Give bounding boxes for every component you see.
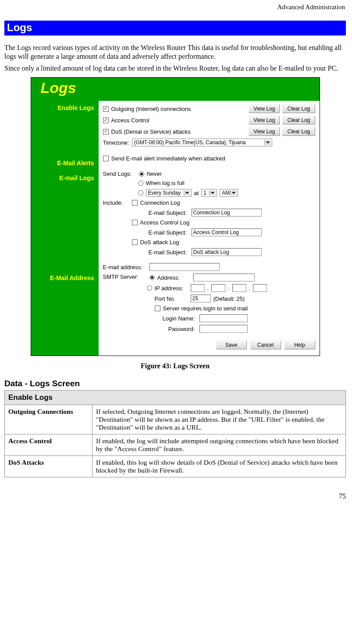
label-when-full: When log is full: [146, 180, 185, 186]
email-address-input[interactable]: [149, 263, 220, 271]
view-log-button-1[interactable]: View Log: [249, 104, 280, 113]
ip-2[interactable]: [211, 284, 225, 292]
data-section-heading: Data - Logs Screen: [4, 379, 346, 388]
logs-screenshot: Logs Enable Logs E-Mail Alerts E-mail Lo…: [31, 77, 320, 356]
side-label-enable: Enable Logs: [31, 104, 99, 111]
dos-subject-label: E-mail Subject:: [149, 249, 189, 256]
label-dos-log: DoS attack Log: [140, 239, 179, 246]
email-address-label: E-mail address:: [103, 264, 147, 270]
conn-subject-input[interactable]: Connection Log: [192, 209, 262, 217]
checkbox-ac-log[interactable]: [132, 220, 138, 225]
label-conn-log: Connection Log: [140, 199, 180, 206]
ip-3[interactable]: [232, 284, 246, 292]
label-smtp-ip: IP address:: [155, 285, 188, 292]
save-button[interactable]: Save: [216, 341, 247, 349]
radio-smtp-address[interactable]: [149, 275, 155, 280]
include-label: Include:: [103, 199, 129, 206]
row-label-dos: DoS Attacks: [5, 456, 92, 477]
label-ac-log: Access Control Log: [140, 219, 190, 226]
row-desc-dos: If enabled, this log will show details o…: [92, 456, 346, 477]
side-label-email-logs: E-mail Logs: [31, 174, 99, 181]
radio-when-full[interactable]: [138, 181, 143, 186]
label-dos: DoS (Denial or Service) attacks: [111, 128, 191, 135]
side-label-alerts: E-Mail Alerts: [31, 160, 99, 167]
radio-smtp-ip[interactable]: [147, 285, 152, 291]
at-label: at: [194, 190, 199, 196]
label-access-control: Access Control: [111, 117, 149, 124]
table-section-header: Enable Logs: [5, 391, 346, 405]
smtp-label: SMTP Server:: [103, 274, 147, 280]
checkbox-outgoing[interactable]: ✓: [103, 106, 109, 112]
password-label: Password:: [161, 326, 197, 332]
row-desc-outgoing: If selected, Outgoing Internet connectio…: [92, 405, 346, 434]
header-breadcrumb: Advanced Administration: [4, 4, 346, 11]
checkbox-requires-login[interactable]: [155, 306, 160, 311]
label-send-alert: Send E-mail alert immediately when attac…: [111, 155, 225, 162]
ip-1[interactable]: [191, 284, 205, 292]
hour-select[interactable]: 1: [201, 189, 217, 197]
view-log-button-3[interactable]: View Log: [249, 127, 280, 136]
timezone-select[interactable]: (GMT-08:00) Pacific Time(US, Canada); Ti…: [132, 139, 272, 146]
label-outgoing: Outgoing (Internet) connections: [111, 106, 191, 112]
ampm-select[interactable]: AM: [220, 189, 238, 197]
row-desc-access: If enabled, the log will include attempt…: [92, 434, 346, 456]
checkbox-dos-log[interactable]: [132, 239, 138, 245]
password-input[interactable]: [199, 325, 248, 333]
cancel-button[interactable]: Cancel: [250, 341, 281, 349]
checkbox-access-control[interactable]: ✓: [103, 117, 109, 123]
page-number: 75: [4, 492, 346, 500]
radio-never[interactable]: [139, 171, 144, 177]
clear-log-button-2[interactable]: Clear Log: [282, 116, 315, 125]
port-input[interactable]: 25: [191, 295, 211, 302]
conn-subject-label: E-mail Subject:: [149, 210, 189, 216]
row-label-access: Access Control: [5, 434, 92, 456]
data-table: Enable Logs Outgoing Connections If sele…: [4, 390, 346, 477]
label-smtp-address: Address:: [157, 274, 191, 281]
view-log-button-2[interactable]: View Log: [249, 116, 280, 125]
section-title-logs: Logs: [4, 21, 346, 36]
checkbox-dos[interactable]: ✓: [103, 129, 109, 135]
clear-log-button-1[interactable]: Clear Log: [282, 104, 315, 113]
checkbox-conn-log[interactable]: [132, 200, 138, 206]
label-requires-login: Server requires login to send mail: [163, 305, 248, 312]
intro-paragraph-1: The Logs record various types of activit…: [4, 43, 346, 61]
ac-subject-label: E-mail Subject:: [149, 229, 189, 236]
intro-paragraph-2: Since only a limited amount of log data …: [4, 64, 346, 73]
login-name-input[interactable]: [199, 314, 248, 322]
side-label-email-address: E-Mail Address: [31, 274, 99, 281]
radio-every[interactable]: [138, 190, 143, 196]
dos-subject-input[interactable]: DoS attack Log: [192, 248, 262, 256]
ip-4[interactable]: [253, 284, 267, 292]
clear-log-button-3[interactable]: Clear Log: [282, 127, 315, 136]
port-default: (Default: 25): [213, 295, 245, 302]
port-label: Port No.: [155, 295, 188, 302]
screenshot-title: Logs: [41, 79, 76, 96]
every-select[interactable]: Every Sunday: [146, 189, 192, 197]
label-never: Never: [147, 171, 162, 177]
row-label-outgoing: Outgoing Connections: [5, 405, 92, 434]
figure-caption: Figure 43: Logs Screen: [4, 362, 346, 370]
checkbox-send-alert[interactable]: [103, 156, 109, 161]
login-name-label: Login Name:: [161, 315, 197, 322]
ac-subject-input[interactable]: Access Control Log: [192, 228, 262, 236]
timezone-label: Timezone:: [103, 139, 129, 146]
smtp-address-input[interactable]: [193, 274, 255, 281]
help-button[interactable]: Help: [284, 341, 315, 349]
send-logs-label: Send Logs:: [103, 171, 136, 177]
